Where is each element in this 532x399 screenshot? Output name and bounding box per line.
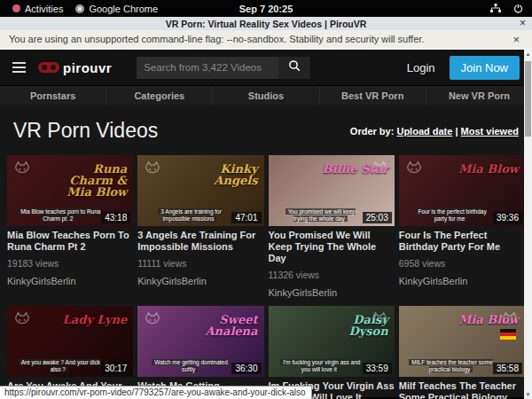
site-logo[interactable]: pirouvr (38, 60, 112, 75)
german-flag (500, 329, 516, 340)
video-views: 19183 views (7, 258, 133, 269)
video-card: Mia Blow MILF teaches the teacher some p… (399, 306, 525, 399)
video-title-link[interactable]: 3 Angels Are Training For Impossible Mis… (137, 230, 263, 253)
vr-goggles-icon (38, 62, 59, 73)
network-icon[interactable] (490, 4, 501, 13)
infobar-close-icon[interactable]: × (512, 33, 520, 46)
focused-app-menu[interactable]: Google Chrome (75, 4, 158, 14)
thumbnail-performer-name: Runa Charm & Mia Blow (49, 163, 127, 198)
chrome-infobar: You are using an unsupported command-lin… (0, 30, 532, 50)
duration-badge: 35:58 (493, 363, 522, 374)
video-title-link[interactable]: Four Is The Perfect Birthday Party For M… (399, 230, 525, 253)
nav-item-best-vr-porn[interactable]: Best VR Porn (319, 86, 426, 105)
video-thumbnail[interactable]: Billie Star You promised we will keep tr… (269, 155, 395, 226)
video-thumbnail[interactable]: Sweet Analena Watch me getting dominated… (137, 306, 263, 377)
logo-text: pirouvr (63, 60, 112, 75)
nav-item-studios[interactable]: Studios (212, 86, 318, 105)
studio-watermark-icon (404, 160, 424, 179)
video-thumbnail[interactable]: Mia Blow Four is the perfect birthday pa… (399, 155, 525, 226)
thumbnail-caption: Four is the perfect birthday party for m… (409, 208, 493, 223)
chrome-app-icon (75, 4, 84, 13)
window-close-icon[interactable]: × (520, 17, 526, 30)
app-name-label: Google Chrome (89, 4, 158, 14)
video-title-link[interactable]: You Promised We Will Keep Trying The Who… (269, 230, 395, 264)
video-title-link[interactable]: Milf Teaches The Teacher Some Practical … (399, 380, 525, 399)
video-thumbnail[interactable]: Daisy Dyson I'm fucking your virgin ass … (269, 306, 395, 377)
infobar-message: You are using an unsupported command-lin… (9, 34, 424, 44)
duration-badge: 39:36 (493, 212, 522, 223)
hamburger-menu-icon[interactable] (12, 62, 26, 73)
thumbnail-caption: Watch me getting dominated softly (148, 359, 232, 373)
search-button[interactable] (278, 57, 310, 79)
activities-menu[interactable]: Activities (12, 4, 63, 14)
site-header: pirouvr Login Join Now (0, 50, 532, 85)
video-thumbnail[interactable]: Mia Blow MILF teaches the teacher some p… (399, 306, 525, 377)
status-url-tooltip: https://pirouvr.com/vr-porn-video/779325… (0, 386, 312, 399)
thumbnail-caption: MILF teaches the teacher some practical … (409, 359, 493, 373)
thumbnail-performer-name: Daisy Dyson (310, 314, 388, 337)
video-card: Billie Star You promised we will keep tr… (269, 155, 395, 301)
thumbnail-caption: Are you awake ? And your dick also ? (17, 359, 101, 373)
thumbnail-caption: You promised we will keep trying the who… (278, 208, 363, 223)
thumbnail-performer-name: Mia Blow (441, 163, 519, 175)
video-studio-link[interactable]: KinkyGirlsBerlin (269, 287, 395, 298)
video-studio-link[interactable]: KinkyGirlsBerlin (137, 276, 263, 286)
duration-badge: 25:03 (363, 212, 392, 223)
duration-badge: 47:01 (231, 212, 261, 223)
video-card: Runa Charm & Mia Blow Mia Blow teaches p… (7, 155, 133, 301)
thumbnail-performer-name: Sweet Analena (179, 314, 257, 337)
studio-watermark-icon (143, 310, 162, 330)
video-card: Kinky Angels 3 Angels are training for i… (137, 155, 263, 301)
video-views: 11326 views (269, 270, 395, 280)
power-icon[interactable] (513, 4, 523, 13)
video-thumbnail[interactable]: Lady Lyne Are you awake ? And your dick … (7, 306, 133, 377)
nav-item-categories[interactable]: Categories (106, 86, 212, 105)
thumbnail-performer-name: Lady Lyne (49, 314, 127, 325)
video-views: 11111 views (137, 258, 263, 269)
search-input[interactable] (137, 57, 278, 79)
video-studio-link[interactable]: KinkyGirlsBerlin (7, 276, 133, 286)
thumbnail-performer-name: Mia Blow (441, 314, 519, 325)
system-top-bar: Activities Google Chrome Sep 7 20:25 (0, 0, 532, 17)
join-now-button[interactable]: Join Now (450, 56, 520, 80)
video-thumbnail[interactable]: Kinky Angels 3 Angels are training for i… (137, 155, 263, 226)
order-by-most-viewed-link[interactable]: Most viewed (461, 126, 519, 137)
thumbnail-caption: Mia Blow teaches porn to Runa Charm pt. … (17, 208, 101, 223)
clock[interactable]: Sep 7 20:25 (239, 4, 293, 14)
scrollbar-up-icon[interactable]: ▲ (524, 51, 532, 57)
duration-badge: 30:17 (101, 363, 130, 374)
page-scrollbar[interactable]: ▲ ▼ (524, 50, 532, 399)
duration-badge: 43:18 (101, 212, 130, 223)
login-link[interactable]: Login (407, 61, 435, 74)
nav-item-new-vr-porn[interactable]: New VR Porn (426, 86, 532, 105)
thumbnail-caption: 3 Angels are training for impossible mis… (148, 208, 232, 223)
duration-badge: 33:59 (363, 363, 392, 374)
scrollbar-thumb[interactable] (525, 61, 531, 137)
thumbnail-caption: I'm fucking your virgin ass and you will… (278, 359, 363, 373)
page-title: VR Porn Videos (13, 119, 158, 143)
video-thumbnail[interactable]: Runa Charm & Mia Blow Mia Blow teaches p… (7, 155, 133, 226)
order-by-upload-date-link[interactable]: Upload date (396, 126, 452, 137)
video-grid: Runa Charm & Mia Blow Mia Blow teaches p… (7, 155, 525, 399)
nav-item-pornstars[interactable]: Pornstars (0, 86, 106, 105)
main-nav: PornstarsCategoriesStudiosBest VR PornNe… (0, 85, 532, 105)
order-by-controls: Order by: Upload date | Most viewed (350, 126, 519, 137)
video-card: Mia Blow Four is the perfect birthday pa… (399, 155, 525, 301)
distro-logo-icon (12, 4, 20, 12)
browser-title-bar: VR Porn: Virtual Reality Sex Videos | Pi… (0, 17, 532, 30)
activities-label: Activities (25, 4, 63, 14)
order-separator: | (452, 126, 460, 137)
content-area: VR Porn Videos Order by: Upload date | M… (0, 105, 532, 399)
scrollbar-down-icon[interactable]: ▼ (524, 392, 532, 397)
studio-watermark-icon (12, 160, 32, 179)
search-icon (288, 59, 301, 75)
video-studio-link[interactable]: KinkyGirlsBerlin (399, 276, 525, 286)
thumbnail-performer-name: Billie Star (310, 163, 388, 175)
studio-watermark-icon (143, 160, 162, 179)
order-by-label: Order by: (350, 126, 395, 137)
video-views: 6958 views (399, 258, 525, 269)
page-body: pirouvr Login Join Now PornstarsCategori… (0, 50, 532, 397)
video-title-link[interactable]: Mia Blow Teaches Porn To Runa Charm Pt 2 (7, 230, 133, 253)
duration-badge: 36:30 (231, 363, 261, 374)
thumbnail-performer-name: Kinky Angels (179, 163, 257, 186)
